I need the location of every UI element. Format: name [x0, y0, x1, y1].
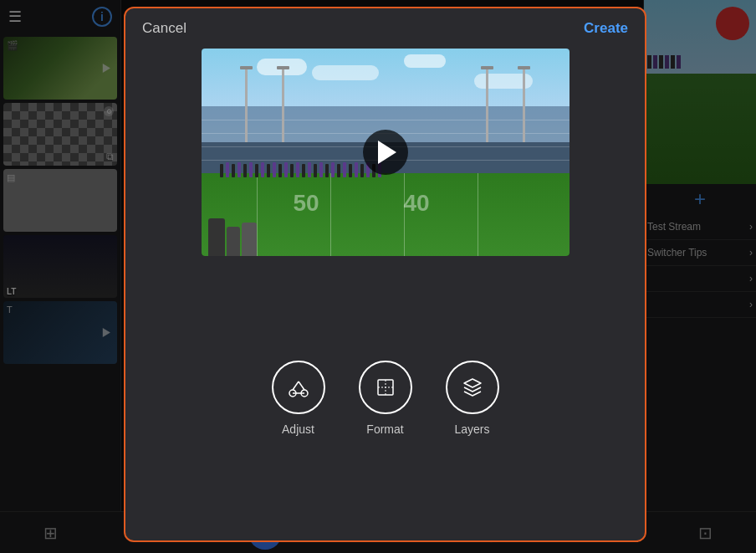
- modal-header: Cancel Create: [125, 8, 645, 49]
- adjust-control[interactable]: Adjust: [272, 361, 325, 436]
- format-circle: [359, 361, 412, 414]
- format-label: Format: [366, 422, 403, 436]
- light-pole-4: [523, 69, 525, 142]
- cloud-2: [312, 65, 379, 80]
- format-control[interactable]: Format: [359, 361, 412, 436]
- play-button[interactable]: [363, 130, 408, 175]
- adjust-circle: [272, 361, 325, 414]
- layers-label: Layers: [454, 422, 489, 436]
- controls-row: Adjust Format: [272, 361, 499, 436]
- modal-overlay: Cancel Create: [0, 0, 756, 553]
- video-preview: 50 40: [202, 49, 570, 256]
- layers-control[interactable]: Layers: [446, 361, 499, 436]
- light-pole-3: [486, 69, 488, 142]
- svg-line-2: [293, 381, 299, 390]
- modal-controls: Adjust Format: [125, 256, 645, 540]
- layers-icon: [460, 375, 485, 400]
- adjust-label: Adjust: [282, 422, 314, 436]
- field-line: [404, 173, 405, 256]
- cloud-3: [404, 54, 446, 68]
- play-icon: [378, 141, 396, 164]
- field-line: [330, 173, 331, 256]
- light-pole-1: [245, 69, 248, 142]
- format-icon: [373, 375, 398, 400]
- layers-circle: [446, 361, 499, 414]
- create-button[interactable]: Create: [584, 20, 628, 37]
- adjust-icon: [286, 375, 311, 400]
- light-pole-2: [282, 69, 284, 142]
- video-scene: 50 40: [202, 49, 570, 256]
- svg-line-3: [299, 381, 304, 390]
- foreground-figures: [208, 218, 257, 256]
- field-line: [478, 173, 478, 256]
- modal-dialog: Cancel Create: [124, 7, 646, 542]
- cancel-button[interactable]: Cancel: [142, 20, 186, 37]
